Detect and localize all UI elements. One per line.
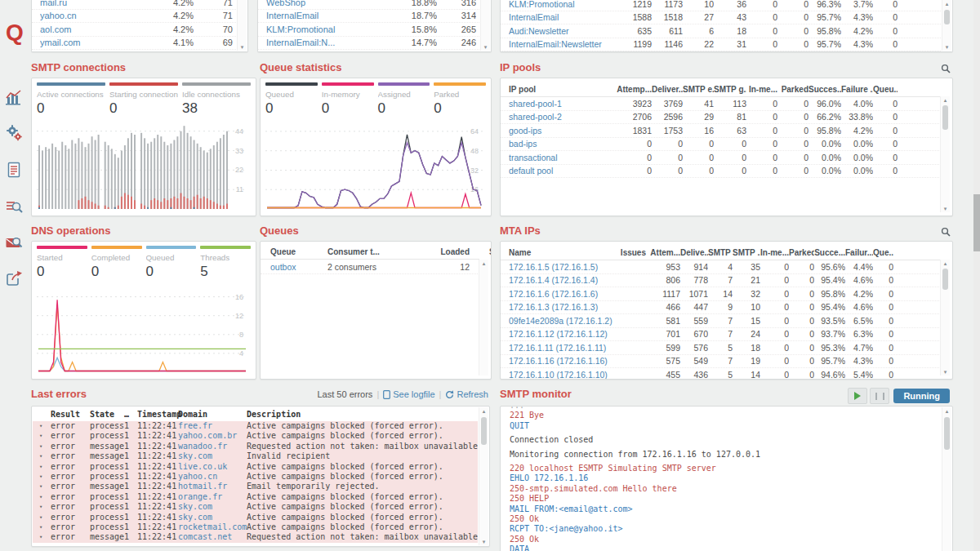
- column-header[interactable]: Failur...: [845, 248, 873, 257]
- expand-chevron-icon[interactable]: ▾: [39, 522, 51, 532]
- row-name-link[interactable]: shared-pool-1: [509, 99, 615, 109]
- expand-chevron-icon[interactable]: ▾: [39, 451, 51, 461]
- table-row[interactable]: KLM:Promotional15.8%265: [258, 23, 481, 37]
- table-row[interactable]: InternalEmail18.7%314: [258, 10, 481, 24]
- table-row[interactable]: 172.16.1.16 (172.16.1.16)5755497190095.7…: [501, 355, 941, 369]
- column-header[interactable]: …: [124, 408, 137, 421]
- table-row[interactable]: bad-ips0000000.0%0.0%0: [501, 138, 941, 152]
- scroll-down-icon[interactable]: ▾: [942, 43, 951, 51]
- table-row[interactable]: Audi:Newsletter6356116180095.8%4.2%0: [501, 24, 941, 38]
- row-name-link[interactable]: 172.16.1.10 (172.16.1.10): [509, 370, 619, 380]
- column-header[interactable]: IP pool: [509, 85, 615, 94]
- table-row[interactable]: InternalEmail1588151827430095.7%4.3%0: [501, 11, 941, 25]
- table-row[interactable]: hotmail.com4.1%68: [32, 50, 238, 52]
- column-header[interactable]: SMTP ...: [733, 248, 760, 257]
- row-name-link[interactable]: aol.com: [40, 24, 143, 34]
- table-row[interactable]: InternalEmail:Promotional118911422130009…: [501, 51, 941, 52]
- column-header[interactable]: Failure ...: [841, 85, 873, 94]
- error-row[interactable]: ▾errormessage111:22:41comcast.netRequest…: [33, 532, 478, 542]
- error-domain-link[interactable]: rocketmail.com: [178, 522, 247, 532]
- table-row[interactable]: 172.16.1.11 (172.16.1.11)5995765180095.3…: [501, 341, 941, 355]
- column-header[interactable]: Loaded: [419, 247, 470, 256]
- scrollbar[interactable]: ▾: [237, 0, 247, 51]
- table-row[interactable]: 172.16.1.12 (172.16.1.12)7016707240093.7…: [501, 328, 941, 342]
- table-row[interactable]: 172.16.1.10 (172.16.1.10)4554365140094.6…: [501, 368, 941, 380]
- expand-chevron-icon[interactable]: ▾: [39, 502, 51, 512]
- row-name-link[interactable]: yahoo.cn: [40, 11, 143, 20]
- row-name-link[interactable]: hotmail.com: [40, 51, 143, 52]
- row-name-link[interactable]: default pool: [509, 166, 615, 176]
- error-domain-link[interactable]: sky.com: [178, 513, 247, 522]
- error-row[interactable]: ▾errorprocess111:22:41live.co.ukActive c…: [33, 462, 478, 472]
- scroll-up-icon[interactable]: ▴: [479, 407, 488, 415]
- column-header[interactable]: Size: [470, 247, 492, 256]
- column-header[interactable]: In-me...: [746, 85, 777, 94]
- error-row[interactable]: ▾errorprocess111:22:41orange.frActive ca…: [33, 492, 478, 502]
- row-name-link[interactable]: shared-pool-2: [509, 112, 615, 122]
- row-name-link[interactable]: 172.16.1.6 (172.16.1.6): [509, 289, 619, 299]
- error-row[interactable]: ▾errorprocess111:22:41yahoo.com.brActive…: [33, 431, 478, 441]
- column-header[interactable]: SMTP ...: [708, 248, 733, 257]
- mta-ips-search-icon[interactable]: [941, 225, 951, 240]
- row-name-link[interactable]: bad-ips: [509, 139, 615, 149]
- column-header[interactable]: Timestamp: [137, 408, 178, 421]
- table-row[interactable]: ymail.com4.1%69: [32, 37, 238, 51]
- error-domain-link[interactable]: sky.com: [178, 451, 247, 461]
- table-row[interactable]: InternalEmail:N...14.7%246: [258, 37, 481, 51]
- table-row[interactable]: 172.16.1.3 (172.16.1.3)4664479100095.4%4…: [501, 301, 941, 315]
- table-row[interactable]: mail.ru4.2%71: [32, 0, 238, 10]
- row-name-link[interactable]: 09fe14e2089a (172.16.1.2): [509, 316, 619, 326]
- row-name-link[interactable]: InternalEmail: [509, 12, 615, 22]
- scroll-up-icon[interactable]: ▴: [942, 407, 951, 415]
- error-domain-link[interactable]: live.co.uk: [178, 462, 247, 472]
- expand-chevron-icon[interactable]: ▾: [39, 472, 51, 482]
- expand-chevron-icon[interactable]: ▾: [39, 431, 51, 441]
- row-name-link[interactable]: 172.16.1.3 (172.16.1.3): [509, 302, 619, 312]
- column-header[interactable]: Parked: [789, 248, 814, 257]
- table-row[interactable]: 09fe14e2089a (172.16.1.2)5815597150093.5…: [501, 314, 941, 328]
- expand-chevron-icon[interactable]: ▾: [39, 462, 51, 472]
- search-logs-icon[interactable]: [5, 198, 23, 216]
- table-row[interactable]: transactional0000000.0%0.0%0: [501, 151, 941, 165]
- row-name-link[interactable]: InternalEmail:N...: [266, 38, 386, 47]
- column-header[interactable]: Attemp...: [615, 85, 652, 94]
- scroll-thumb[interactable]: [944, 10, 950, 24]
- scroll-thumb[interactable]: [942, 269, 948, 290]
- row-name-link[interactable]: InternalEmail: [266, 11, 386, 20]
- scroll-thumb[interactable]: [481, 417, 487, 445]
- error-row[interactable]: ▾errorprocess111:22:41rocketmail.comActi…: [33, 522, 478, 532]
- error-row[interactable]: ▾errorprocess111:22:41free.frActive camp…: [33, 421, 478, 431]
- table-row[interactable]: InternalEmail:Newsletter1199114622310095…: [501, 38, 941, 52]
- table-row[interactable]: shared-pool-22706259629810066.2%33.8%0: [501, 111, 941, 125]
- expand-chevron-icon[interactable]: ▾: [39, 482, 51, 491]
- column-header[interactable]: Queue: [270, 247, 327, 256]
- error-row[interactable]: ▾errorprocess111:22:41sky.comActive camp…: [33, 513, 478, 522]
- scrollbar[interactable]: ▴ ▾: [479, 407, 488, 545]
- refresh-link[interactable]: Refresh: [445, 389, 488, 399]
- column-header[interactable]: Name: [509, 248, 619, 257]
- row-name-link[interactable]: InternalEmail:Newsletter: [509, 39, 615, 49]
- running-status-button[interactable]: Running: [893, 389, 950, 403]
- error-row[interactable]: ▾errormessage111:22:41wanadoo.frRequeste…: [33, 442, 478, 451]
- ip-pools-search-icon[interactable]: [941, 62, 951, 77]
- column-header[interactable]: Description: [247, 408, 478, 421]
- column-header[interactable]: SMTP g...: [714, 85, 746, 94]
- column-header[interactable]: Consumer t...: [327, 247, 419, 256]
- pause-button[interactable]: [870, 388, 889, 404]
- expand-chevron-icon[interactable]: ▾: [39, 442, 51, 451]
- table-row[interactable]: 172.16.1.6 (172.16.1.6)1117107114320095.…: [501, 287, 941, 301]
- error-domain-link[interactable]: comcast.net: [178, 532, 247, 542]
- row-name-link[interactable]: KLM:Promotional: [266, 24, 386, 34]
- settings-gears-icon[interactable]: [5, 124, 23, 142]
- scroll-thumb[interactable]: [944, 417, 950, 450]
- scrollbar[interactable]: ▴ ▾: [940, 260, 950, 375]
- column-header[interactable]: Deliver...: [652, 85, 683, 94]
- table-row[interactable]: KLM:Promotional1219117310360096.3%3.7%0: [501, 0, 941, 11]
- see-logfile-link[interactable]: See logfile: [383, 389, 434, 399]
- error-row[interactable]: ▾errormessage111:22:41hotmail.frEmail te…: [33, 482, 478, 491]
- scrollbar[interactable]: ▴ ▾: [940, 96, 950, 212]
- row-name-link[interactable]: 172.16.1.16 (172.16.1.16): [509, 356, 619, 366]
- error-domain-link[interactable]: wanadoo.fr: [178, 442, 247, 451]
- column-header[interactable]: Domain: [178, 408, 247, 421]
- row-name-link[interactable]: 172.16.1.5 (172.16.1.5): [509, 262, 619, 272]
